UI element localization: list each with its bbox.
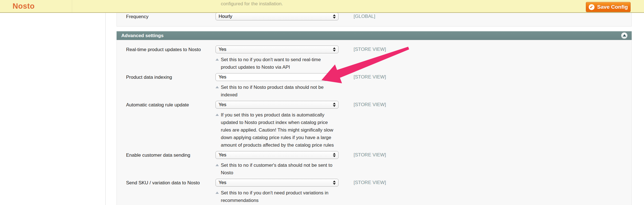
customer-data-label: Enable customer data sending: [126, 151, 216, 159]
nosto-logo: Nosto: [13, 2, 35, 11]
select-stepper-icon: [333, 103, 336, 107]
realtime-updates-select-value: Yes: [219, 47, 226, 52]
note-triangle-icon: [216, 58, 219, 61]
catalog-rule-update-label: Automatic catalog rule update: [126, 101, 216, 109]
frequency-select-value: Hourly: [219, 14, 232, 19]
config-row-product-indexing: Product data indexing Yes Set this to no…: [126, 73, 631, 99]
catalog-rule-update-scope-label: [STORE VIEW]: [338, 101, 631, 109]
frequency-label: Frequency: [126, 13, 216, 21]
sku-variation-label: Send SKU / variation data to Nosto: [126, 179, 216, 187]
advanced-settings-header: Advanced settings: [117, 31, 632, 40]
advanced-settings-section: Real-time product updates to Nosto Yes S…: [117, 40, 632, 205]
product-indexing-comment: Set this to no if Nosto product data sho…: [216, 84, 334, 99]
note-triangle-icon: [216, 114, 219, 116]
config-row-frequency: Frequency Hourly [GLOBAL]: [126, 13, 631, 21]
select-stepper-icon: [333, 181, 336, 185]
frequency-scope-label: [GLOBAL]: [338, 13, 631, 20]
product-indexing-scope-label: [STORE VIEW]: [338, 73, 631, 81]
frequency-select[interactable]: Hourly: [216, 13, 338, 20]
product-indexing-field-value: Yes: [219, 74, 226, 80]
top-header-bar: Nosto configured for the installation. ✔…: [0, 0, 644, 13]
realtime-updates-label: Real-time product updates to Nosto: [126, 46, 216, 54]
config-row-sku-variation: Send SKU / variation data to Nosto Yes S…: [126, 179, 631, 204]
realtime-updates-scope-label: [STORE VIEW]: [338, 46, 631, 53]
config-row-realtime-updates: Real-time product updates to Nosto Yes S…: [126, 46, 631, 71]
product-indexing-label: Product data indexing: [126, 73, 216, 81]
sku-variation-select-value: Yes: [219, 180, 226, 185]
config-row-catalog-rule-update: Automatic catalog rule update Yes If you…: [126, 101, 631, 149]
select-stepper-icon: [333, 47, 336, 52]
save-config-label: Save Config: [597, 4, 628, 10]
customer-data-select[interactable]: Yes: [216, 151, 338, 159]
sku-variation-select[interactable]: Yes: [216, 179, 338, 187]
realtime-updates-select[interactable]: Yes: [216, 46, 338, 53]
general-settings-section: Frequency Hourly [GLOBAL]: [117, 11, 632, 27]
collapse-up-icon[interactable]: [621, 32, 628, 39]
catalog-rule-update-select-value: Yes: [219, 102, 226, 108]
sidebar-content-divider: [105, 13, 106, 205]
customer-data-scope-label: [STORE VIEW]: [338, 151, 631, 159]
header-segment-divider: [72, 0, 72, 12]
customer-data-comment: Set this to no if customer's data should…: [216, 161, 334, 177]
select-stepper-icon: [333, 15, 336, 19]
config-row-customer-data: Enable customer data sending Yes Set thi…: [126, 151, 631, 177]
product-indexing-field[interactable]: Yes: [216, 73, 338, 81]
catalog-rule-update-comment: If you set this to yes product data is a…: [216, 111, 334, 149]
page-description-dimmed: configured for the installation.: [221, 1, 283, 7]
note-triangle-icon: [216, 192, 219, 194]
sku-variation-comment: Set this to no if you don't need product…: [216, 189, 334, 204]
note-triangle-icon: [216, 86, 219, 88]
note-triangle-icon: [216, 164, 219, 166]
catalog-rule-update-select[interactable]: Yes: [216, 101, 338, 109]
advanced-settings-title: Advanced settings: [117, 31, 632, 40]
checkmark-icon: ✔: [589, 4, 595, 10]
realtime-updates-comment: Set this to no if you don't want to send…: [216, 56, 334, 71]
customer-data-select-value: Yes: [219, 152, 226, 158]
select-stepper-icon: [333, 153, 336, 157]
save-config-button[interactable]: ✔ Save Config: [586, 2, 631, 12]
sku-variation-scope-label: [STORE VIEW]: [338, 179, 631, 187]
